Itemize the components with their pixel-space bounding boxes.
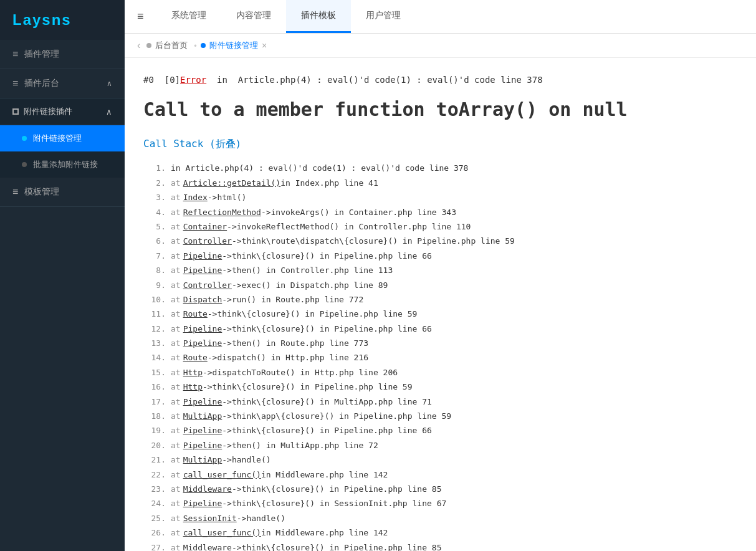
stack-link[interactable]: MultiApp (183, 453, 222, 467)
stack-link[interactable]: Middleware (183, 482, 232, 496)
plugin-submenu: 附件链接插件 ∧ 附件链接管理 批量添加附件链接 (0, 98, 125, 178)
stack-link[interactable]: Container (183, 219, 227, 234)
sidebar: Laysns ≡ 插件管理 ≡ 插件后台 ∧ 附件链接插件 ∧ 附件链接管理 批… (0, 0, 125, 551)
table-row: 7.at Pipeline->think\{closure}() in Pipe… (143, 249, 737, 263)
content-area: #0 [0]Error in Article.php(4) : eval()'d… (125, 58, 756, 551)
dot-icon (22, 136, 27, 141)
table-row: 4.at ReflectionMethod->invokeArgs() in C… (143, 205, 737, 219)
table-row: 11.at Route->think\{closure}() in Pipeli… (143, 307, 737, 321)
table-row: 18.at MultiApp->think\app\{closure}() in… (143, 409, 737, 423)
table-row: 27.at Middleware->think\{closure}() in P… (143, 540, 737, 551)
sidebar-item-attachment-manage[interactable]: 附件链接管理 (0, 125, 125, 151)
hamburger-icon[interactable]: ≡ (137, 10, 144, 23)
template-manage-icon: ≡ (12, 186, 18, 198)
call-stack-title[interactable]: Call Stack (折叠) (143, 138, 737, 151)
table-row: 21.at MultiApp->handle() (143, 453, 737, 467)
stack-link[interactable]: Pipeline (183, 423, 222, 438)
stack-link[interactable]: Controller (183, 278, 232, 292)
plugin-backend-icon: ≡ (12, 78, 18, 89)
stack-link[interactable]: call_user_func() (183, 525, 261, 540)
table-row: 22.at call_user_func() in Middleware.php… (143, 467, 737, 482)
stack-link[interactable]: Pipeline (183, 395, 222, 409)
main-area: ≡ 系统管理 内容管理 插件模板 用户管理 ‹ 后台首页 • 附件链接管理 (125, 0, 756, 551)
sidebar-item-label: 插件管理 (24, 49, 59, 60)
table-row: 14.at Route->dispatch() in Http.php line… (143, 350, 737, 365)
tab-user-manage[interactable]: 用户管理 (351, 0, 416, 33)
table-row: 9.at Controller->exec() in Dispatch.php … (143, 278, 737, 292)
stack-link[interactable]: Pipeline (183, 249, 222, 263)
sidebar-item-label: 附件链接管理 (33, 133, 82, 144)
sidebar-item-label: 插件后台 (24, 78, 59, 89)
stack-link[interactable]: ReflectionMethod (183, 205, 261, 219)
stack-link[interactable]: Pipeline (183, 336, 222, 350)
sidebar-item-plugin-manage[interactable]: ≡ 插件管理 (0, 40, 125, 69)
breadcrumb-home-link[interactable]: 后台首页 (155, 40, 188, 51)
table-row: 16.at Http->think\{closure}() in Pipelin… (143, 380, 737, 394)
table-row: 13.at Pipeline->then() in Route.php line… (143, 336, 737, 350)
square-icon (12, 108, 19, 115)
table-row: 5.at Container->invokeReflectMethod() in… (143, 219, 737, 234)
dot-icon (146, 43, 151, 48)
stack-link[interactable]: SessionInit (183, 511, 237, 525)
table-row: 2.at Article::getDetail() in Index.php l… (143, 176, 737, 190)
plugin-manage-icon: ≡ (12, 49, 18, 60)
stack-link[interactable]: Pipeline (183, 263, 222, 277)
error-message: Call to a member function toArray() on n… (143, 97, 737, 123)
topnav: ≡ 系统管理 内容管理 插件模板 用户管理 (125, 0, 756, 34)
tab-system[interactable]: 系统管理 (156, 0, 221, 33)
sidebar-item-plugin-backend[interactable]: ≡ 插件后台 ∧ (0, 69, 125, 98)
dot-icon (22, 162, 27, 167)
stack-link[interactable]: Middleware (183, 540, 232, 551)
tab-content[interactable]: 内容管理 (221, 0, 286, 33)
sidebar-item-label: 模板管理 (24, 186, 59, 198)
breadcrumb-home[interactable]: 后台首页 (146, 40, 188, 51)
stack-link[interactable]: Http (183, 380, 203, 394)
stack-link[interactable]: Dispatch (183, 292, 222, 307)
sidebar-plugin-header[interactable]: 附件链接插件 ∧ (0, 98, 125, 125)
breadcrumb-attachment[interactable]: 附件链接管理 × (201, 40, 267, 51)
error-header: #0 [0]Error in Article.php(4) : eval()'d… (143, 73, 737, 87)
table-row: 3.at Index->html() (143, 190, 737, 204)
stack-link[interactable]: Http (183, 365, 203, 380)
stack-link[interactable]: MultiApp (183, 409, 222, 423)
table-row: 23.at Middleware->think\{closure}() in P… (143, 482, 737, 496)
sidebar-item-batch-add[interactable]: 批量添加附件链接 (0, 151, 125, 178)
table-row: 24.at Pipeline->think\{closure}() in Ses… (143, 496, 737, 510)
stack-link[interactable]: Pipeline (183, 496, 222, 510)
table-row: 12.at Pipeline->think\{closure}() in Pip… (143, 322, 737, 336)
table-row: 17.at Pipeline->think\{closure}() in Mul… (143, 395, 737, 409)
chevron-up-icon: ∧ (107, 79, 112, 88)
table-row: 6.at Controller->think\route\dispatch\{c… (143, 234, 737, 248)
chevron-up-icon: ∧ (106, 107, 112, 117)
stack-link[interactable]: Pipeline (183, 322, 222, 336)
breadcrumb: ‹ 后台首页 • 附件链接管理 × (125, 34, 756, 58)
table-row: 25.at SessionInit->handle() (143, 511, 737, 525)
tab-plugin-template[interactable]: 插件模板 (286, 0, 351, 33)
breadcrumb-close-icon[interactable]: × (262, 41, 267, 50)
stack-link[interactable]: Article::getDetail() (183, 176, 281, 190)
table-row: 10.at Dispatch->run() in Route.php line … (143, 292, 737, 307)
table-row: 26.at call_user_func() in Middleware.php… (143, 525, 737, 540)
stack-lines: 1.in Article.php(4) : eval()'d code(1) :… (143, 161, 737, 551)
stack-link[interactable]: Route (183, 350, 208, 365)
table-row: 15.at Http->dispatchToRoute() in Http.ph… (143, 365, 737, 380)
stack-link[interactable]: Index (183, 190, 208, 204)
stack-link[interactable]: Route (183, 307, 208, 321)
dot-icon (201, 43, 206, 48)
table-row: 20.at Pipeline->then() in MultiApp.php l… (143, 438, 737, 453)
table-row: 1.in Article.php(4) : eval()'d code(1) :… (143, 161, 737, 175)
sidebar-item-label: 批量添加附件链接 (33, 159, 98, 170)
app-logo: Laysns (0, 0, 125, 40)
table-row: 8.at Pipeline->then() in Controller.php … (143, 263, 737, 277)
stack-link[interactable]: Pipeline (183, 438, 222, 453)
breadcrumb-attachment-link[interactable]: 附件链接管理 (209, 40, 258, 51)
breadcrumb-back-arrow[interactable]: ‹ (137, 40, 140, 51)
topnav-tabs: 系统管理 内容管理 插件模板 用户管理 (156, 0, 416, 33)
table-row: 19.at Pipeline->think\{closure}() in Pip… (143, 423, 737, 438)
stack-link[interactable]: call_user_func() (183, 467, 261, 482)
sidebar-item-label: 附件链接插件 (24, 106, 72, 117)
sidebar-item-template-manage[interactable]: ≡ 模板管理 (0, 178, 125, 207)
stack-link[interactable]: Controller (183, 234, 232, 248)
